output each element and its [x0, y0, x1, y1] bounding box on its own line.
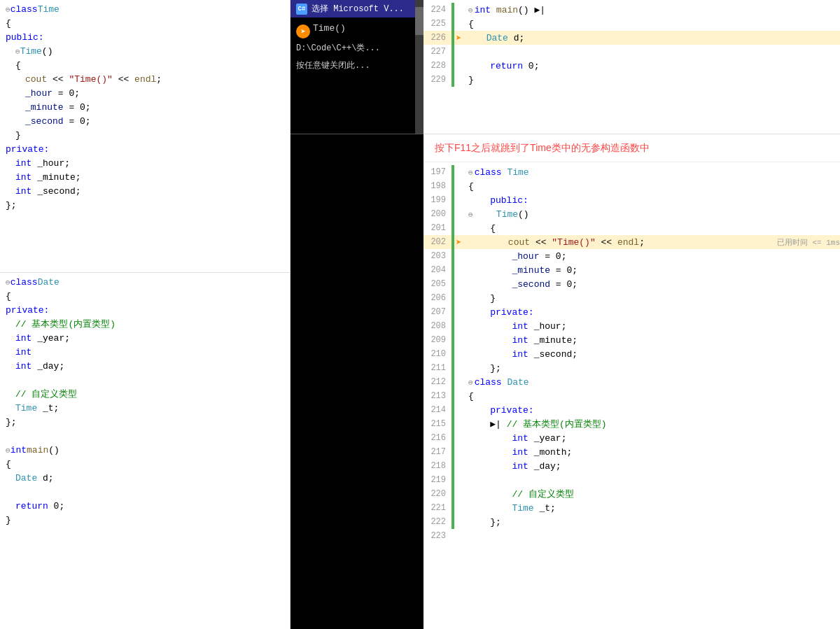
green-bar: [451, 207, 454, 221]
code-line: [6, 374, 290, 388]
middle-content: ➤ Time(): [290, 17, 424, 39]
code-line: [6, 430, 290, 444]
middle-header: C# 选择 Microsoft V...: [290, 0, 424, 17]
code-line: // 基本类型(内置类型): [6, 318, 290, 332]
green-bar: [451, 319, 454, 333]
collapse-icon[interactable]: ⊖: [468, 378, 473, 387]
green-bar: [451, 235, 454, 249]
green-bar: [451, 165, 454, 179]
line-number: 220: [426, 489, 451, 499]
green-bar: [451, 515, 454, 529]
green-bar: [451, 403, 454, 417]
line-number: 208: [426, 321, 451, 331]
right-code-line: 224 ⊖ int main() ▶|: [424, 3, 840, 17]
green-bar: [451, 45, 454, 59]
code-line: };: [6, 416, 290, 430]
annotation-text: 按下F11之后就跳到了Time类中的无参构造函数中: [435, 142, 650, 155]
code-line: ⊖class Time: [6, 3, 290, 17]
code-line: Time _t;: [6, 402, 290, 416]
code-line: int: [6, 346, 290, 360]
line-content: int _year;: [468, 433, 840, 444]
line-number: 203: [426, 251, 451, 261]
right-top-code: 224 ⊖ int main() ▶| 225 { 226 ➤ Date d; …: [424, 0, 840, 134]
right-code-line: 229 }: [424, 73, 840, 87]
line-content: private:: [468, 405, 840, 416]
line-content: Time(): [475, 209, 840, 220]
line-number: 206: [426, 293, 451, 303]
collapse-icon[interactable]: ⊖: [468, 6, 473, 15]
line-content: {: [468, 223, 840, 234]
left-bottom-code: ⊖class Date{private:// 基本类型(内置类型)int _ye…: [0, 273, 290, 629]
right-code-line: 228 return 0;: [424, 59, 840, 73]
collapse-icon[interactable]: ⊖: [468, 210, 473, 219]
green-bar: [451, 291, 454, 305]
right-bottom-code: 197 ⊖ class Time 198 { 199 public: 200 ⊖: [424, 162, 840, 629]
line-number: 211: [426, 363, 451, 373]
code-line: _second = 0;: [6, 115, 290, 129]
green-bar: [451, 459, 454, 473]
line-number: 204: [426, 265, 451, 275]
line-number: 228: [426, 61, 451, 71]
line-number: 200: [426, 209, 451, 219]
right-code-line: 225 {: [424, 17, 840, 31]
code-line: _hour = 0;: [6, 87, 290, 101]
middle-hint: 按任意键关闭此...: [290, 57, 424, 74]
code-line: [6, 486, 290, 500]
code-line: int _year;: [6, 332, 290, 346]
right-code-line: 205 _second = 0;: [424, 277, 840, 291]
line-content: }: [468, 293, 840, 304]
line-content: {: [468, 391, 840, 402]
right-code-line: 212 ⊖ class Date: [424, 375, 840, 389]
code-line: _minute = 0;: [6, 101, 290, 115]
green-bar: [451, 249, 454, 263]
right-code-line: 208 int _hour;: [424, 319, 840, 333]
line-number: 201: [426, 223, 451, 233]
line-number: 199: [426, 195, 451, 205]
line-content: _minute = 0;: [468, 265, 840, 276]
right-code-line: 199 public:: [424, 193, 840, 207]
line-content: Time _t;: [468, 503, 840, 514]
right-code-line: 221 Time _t;: [424, 501, 840, 515]
right-code-line: 215 ▶| // 基本类型(内置类型): [424, 417, 840, 431]
line-number: 217: [426, 447, 451, 457]
line-content: _second = 0;: [468, 279, 840, 290]
code-line: int _day;: [6, 360, 290, 374]
left-panel: ⊖class Time{public:⊖Time(){cout << "Time…: [0, 0, 290, 629]
line-number: 219: [426, 475, 451, 485]
right-code-line: 218 int _day;: [424, 459, 840, 473]
green-bar: [451, 179, 454, 193]
green-bar: [451, 305, 454, 319]
code-line: ⊖Time(): [6, 45, 290, 59]
right-code-line: 211 };: [424, 361, 840, 375]
right-code-line: 213 {: [424, 389, 840, 403]
line-number: 215: [426, 419, 451, 429]
cs-icon: C#: [296, 3, 307, 15]
code-line: {: [6, 458, 290, 472]
line-number: 229: [426, 75, 451, 85]
line-content: _hour = 0;: [468, 251, 840, 262]
line-number: 222: [426, 517, 451, 527]
code-line: public:: [6, 31, 290, 45]
green-bar: [451, 59, 454, 73]
line-number: 213: [426, 391, 451, 401]
right-panel: 224 ⊖ int main() ▶| 225 { 226 ➤ Date d; …: [424, 0, 840, 629]
line-content: {: [468, 181, 840, 192]
line-content: }: [468, 75, 840, 85]
middle-title: 选择 Microsoft V...: [312, 3, 404, 15]
right-code-line: 204 _minute = 0;: [424, 263, 840, 277]
code-line: int _hour;: [6, 157, 290, 171]
line-number: 214: [426, 405, 451, 415]
green-bar: [451, 17, 454, 31]
line-number: 221: [426, 503, 451, 513]
right-code-line: 209 int _minute;: [424, 333, 840, 347]
green-bar: [451, 221, 454, 235]
collapse-icon[interactable]: ⊖: [468, 168, 473, 177]
middle-func: Time(): [313, 23, 346, 34]
code-line: {: [6, 17, 290, 31]
line-content: int main() ▶|: [475, 4, 840, 15]
line-content: ▶| // 基本类型(内置类型): [468, 418, 840, 430]
right-code-line: 217 int _month;: [424, 445, 840, 459]
middle-panel: C# 选择 Microsoft V... ➤ Time() D:\Code\C+…: [290, 0, 424, 629]
right-code-line: 200 ⊖ Time(): [424, 207, 840, 221]
line-number: 223: [426, 531, 451, 541]
